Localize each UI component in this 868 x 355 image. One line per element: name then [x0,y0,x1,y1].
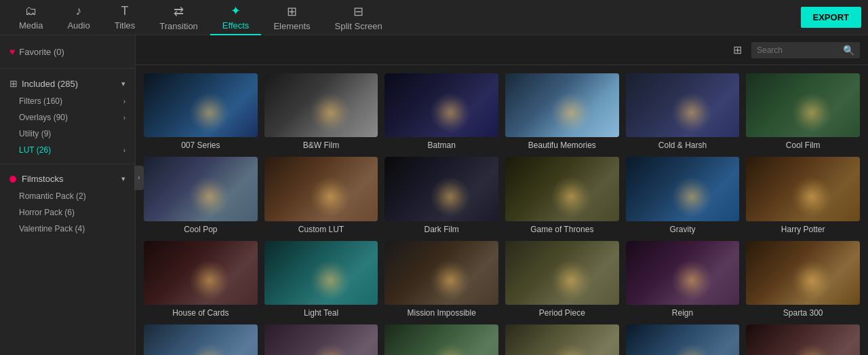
nav-item-effects[interactable]: ✦ Effects [210,0,262,35]
nav-item-titles[interactable]: T Titles [102,0,148,35]
effect-thumb-img-gravity [626,157,740,221]
effect-thumb-img-sparta [746,241,860,305]
sidebar-collapse-button[interactable]: ‹ [134,166,144,190]
effect-thumb-img-cold [626,73,740,137]
effect-item-hoc[interactable]: House of Cards [144,241,258,318]
elements-icon: ⊞ [287,4,297,19]
effect-item-b6[interactable] [746,324,860,355]
lens-flare-got [551,176,591,217]
effect-item-b5[interactable] [626,324,740,355]
effect-thumb-got [505,157,619,221]
sidebar-overlays[interactable]: Overlays (90) › [0,109,135,126]
effect-thumb-img-darkfilm [384,157,498,221]
effect-item-b4[interactable] [505,324,619,355]
content-area: ⊞ 🔍 007 SeriesB&W FilmBatmanBeautifu Mem… [136,35,868,355]
effect-thumb-img-b3 [384,324,498,355]
romantic-pack-label: Romantic Pack (2) [19,191,86,201]
effect-item-memories[interactable]: Beautifu Memories [505,73,619,150]
sidebar-included-header[interactable]: ⊞ Included (285) ▾ [0,74,135,93]
search-input[interactable] [757,45,839,55]
favorite-label: Favorite (0) [19,47,64,57]
effect-item-batman[interactable]: Batman [384,73,498,150]
effect-thumb-img-b5 [626,324,740,355]
effect-thumb-custom [264,157,378,221]
lens-flare-custom [310,176,351,217]
effect-thumb-img-b2 [264,324,378,355]
effect-label-hoc: House of Cards [144,308,258,318]
effect-item-lteal[interactable]: Light Teal [264,241,378,318]
lens-flare-lteal [310,260,351,301]
effect-label-hp: Harry Potter [746,225,860,234]
effect-item-bw[interactable]: B&W Film [264,73,378,150]
effect-item-coolfilm[interactable]: Cool Film [746,73,860,150]
sidebar-filters[interactable]: Filters (160) › [0,93,135,109]
effect-thumb-hoc [144,241,258,305]
sidebar-favorite[interactable]: ♥ Favorite (0) [0,41,135,62]
effect-item-custom[interactable]: Custom LUT [264,157,378,233]
titles-icon: T [121,4,128,18]
effect-item-got[interactable]: Game of Thrones [505,157,619,233]
effect-item-darkfilm[interactable]: Dark Film [384,157,498,233]
effect-item-sparta[interactable]: Sparta 300 [746,241,860,318]
grid-view-button[interactable]: ⊞ [730,41,745,59]
effect-thumb-img-hp [746,157,860,221]
effect-item-007[interactable]: 007 Series [144,73,258,150]
sidebar-lut[interactable]: LUT (26) › [0,142,135,158]
effect-label-sparta: Sparta 300 [746,308,860,318]
sidebar-utility[interactable]: Utility (9) [0,126,135,142]
utility-label: Utility (9) [19,129,51,138]
effect-thumb-img-bw [264,73,378,137]
sidebar-horror-pack[interactable]: Horror Pack (6) [0,204,135,221]
nav-label-titles: Titles [115,20,136,31]
included-label: Included (285) [22,79,121,89]
lens-flare-b4 [551,343,591,355]
effect-label-period: Period Piece [505,308,619,318]
effect-label-got: Game of Thrones [505,225,619,234]
effect-label-007: 007 Series [144,141,258,150]
effect-item-reign[interactable]: Reign [626,241,740,318]
effect-thumb-gravity [626,157,740,221]
effect-label-cold: Cold & Harsh [626,141,740,150]
effect-item-coolpop[interactable]: Cool Pop [144,157,258,233]
effect-item-mi[interactable]: Mission Impossible [384,241,498,318]
effect-thumb-period [505,241,619,305]
effect-thumb-coolpop [144,157,258,221]
nav-item-elements[interactable]: ⊞ Elements [261,0,322,35]
effect-item-gravity[interactable]: Gravity [626,157,740,233]
effect-thumb-b6 [746,324,860,355]
effect-item-period[interactable]: Period Piece [505,241,619,318]
effect-item-b1[interactable] [144,324,258,355]
media-icon: 🗂 [25,4,37,18]
effect-label-custom: Custom LUT [264,225,378,234]
effect-thumb-img-got [505,157,619,221]
effect-thumb-img-b1 [144,324,258,355]
lens-flare-b2 [310,343,351,355]
lens-flare-cold [671,92,712,133]
effect-thumb-batman [384,73,498,137]
effect-label-bw: B&W Film [264,141,378,150]
effects-icon: ✦ [231,3,241,18]
effect-item-b3[interactable] [384,324,498,355]
effect-item-cold[interactable]: Cold & Harsh [626,73,740,150]
lens-flare-007 [189,92,230,133]
nav-label-audio: Audio [67,20,90,31]
sidebar-valentine-pack[interactable]: Valentine Pack (4) [0,221,135,237]
effect-thumb-memories [505,73,619,137]
sidebar-romantic-pack[interactable]: Romantic Pack (2) [0,188,135,204]
effect-thumb-img-custom [264,157,378,221]
nav-item-audio[interactable]: ♪ Audio [55,0,102,35]
search-icon: 🔍 [843,45,854,56]
effect-thumb-reign [626,241,740,305]
sidebar-filmstocks[interactable]: Filmstocks ▾ [0,170,135,188]
export-button[interactable]: EXPORT [801,7,861,28]
nav-item-media[interactable]: 🗂 Media [7,0,55,35]
effect-thumb-img-mi [384,241,498,305]
effect-label-batman: Batman [384,141,498,150]
nav-item-transition[interactable]: ⇄ Transition [147,0,210,35]
nav-label-media: Media [19,20,43,31]
effect-thumb-cold [626,73,740,137]
effect-item-hp[interactable]: Harry Potter [746,157,860,233]
effect-thumb-img-007 [144,73,258,137]
nav-item-splitscreen[interactable]: ⊟ Split Screen [323,0,395,35]
effect-item-b2[interactable] [264,324,378,355]
